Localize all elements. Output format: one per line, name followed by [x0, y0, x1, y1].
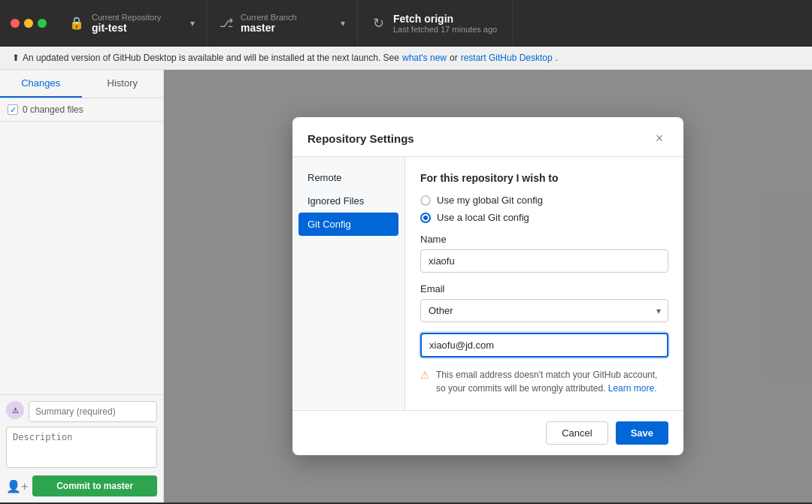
- repo-info: Current Repository git-test: [92, 13, 161, 34]
- radio-global[interactable]: Use my global Git config: [420, 195, 668, 206]
- close-button[interactable]: [11, 19, 20, 28]
- cancel-button[interactable]: Cancel: [546, 421, 607, 445]
- radio-local-label: Use a local Git config: [437, 212, 529, 223]
- update-or-text: or: [450, 53, 458, 63]
- update-end-text: .: [556, 53, 558, 63]
- repo-label-top: Current Repository: [92, 13, 161, 22]
- update-bar: ⬆ An updated version of GitHub Desktop i…: [0, 47, 812, 70]
- changed-files-label: 0 changed files: [23, 104, 83, 115]
- dialog-title: Repository Settings: [308, 132, 414, 145]
- fetch-icon: ↻: [373, 15, 384, 32]
- dialog-footer: Cancel Save: [292, 410, 683, 455]
- add-coauthor-icon[interactable]: 👤+: [6, 479, 28, 493]
- warning-icon: ⚠: [420, 369, 430, 381]
- email-input[interactable]: [420, 333, 668, 358]
- nav-item-remote[interactable]: Remote: [292, 166, 404, 189]
- fetch-info: Fetch origin Last fetched 17 minutes ago: [393, 13, 497, 34]
- avatar-icon: ⚠: [12, 406, 19, 415]
- repo-icon: 🔒: [69, 16, 84, 30]
- email-label: Email: [420, 283, 668, 294]
- dialog-header: Repository Settings ×: [292, 117, 683, 157]
- dialog-section-title: For this repository I wish to: [420, 172, 668, 184]
- learn-more-link[interactable]: Learn more.: [608, 383, 657, 394]
- maximize-button[interactable]: [38, 19, 47, 28]
- modal-overlay: Repository Settings × Remote Ignored Fil…: [164, 70, 812, 502]
- nav-item-ignored-files[interactable]: Ignored Files: [292, 189, 404, 213]
- branch-info: Current Branch master: [241, 13, 297, 34]
- main-layout: Changes History ✓ 0 changed files ⚠ 👤+: [0, 70, 812, 502]
- update-icon: ⬆: [12, 53, 20, 63]
- restart-link[interactable]: restart GitHub Desktop: [461, 53, 553, 63]
- left-sidebar: Changes History ✓ 0 changed files ⚠ 👤+: [0, 70, 164, 502]
- email-select-wrapper: Other ▾: [420, 299, 668, 322]
- commit-button[interactable]: Commit to master: [32, 475, 157, 496]
- dialog-close-button[interactable]: ×: [650, 129, 668, 147]
- name-label: Name: [420, 234, 668, 245]
- current-repository-section[interactable]: 🔒 Current Repository git-test ▾: [57, 0, 208, 46]
- save-button[interactable]: Save: [616, 421, 668, 445]
- fetch-origin-section[interactable]: ↻ Fetch origin Last fetched 17 minutes a…: [358, 0, 513, 46]
- description-input[interactable]: [6, 427, 157, 468]
- email-value-group: [420, 333, 668, 358]
- repository-settings-dialog: Repository Settings × Remote Ignored Fil…: [292, 117, 683, 455]
- fetch-label: Fetch origin: [393, 13, 497, 25]
- current-branch-section[interactable]: ⎇ Current Branch master ▾: [208, 0, 358, 46]
- repo-name: git-test: [92, 22, 161, 34]
- radio-local[interactable]: Use a local Git config: [420, 212, 668, 223]
- branch-label-top: Current Branch: [241, 13, 297, 22]
- email-select[interactable]: Other: [420, 299, 668, 322]
- files-list: [0, 122, 163, 394]
- nav-item-git-config[interactable]: Git Config: [298, 213, 398, 236]
- repo-chevron-icon: ▾: [190, 18, 195, 29]
- checkbox-check-icon: ✓: [10, 105, 17, 115]
- dialog-nav: Remote Ignored Files Git Config: [292, 157, 405, 410]
- avatar: ⚠: [6, 401, 24, 419]
- name-field-group: Name: [420, 234, 668, 273]
- radio-global-input[interactable]: [420, 195, 431, 206]
- radio-local-input[interactable]: [420, 213, 431, 223]
- dialog-content: For this repository I wish to Use my glo…: [405, 157, 683, 410]
- traffic-lights: [0, 19, 57, 28]
- right-content: No local changes Repository Settings × R…: [164, 70, 812, 502]
- branch-chevron-icon: ▾: [341, 18, 345, 29]
- warning-text: This email address doesn't match your Gi…: [436, 368, 668, 395]
- branch-icon: ⎇: [220, 16, 233, 30]
- update-text: An updated version of GitHub Desktop is …: [23, 53, 399, 63]
- branch-name: master: [241, 22, 297, 34]
- fetch-sublabel: Last fetched 17 minutes ago: [393, 25, 497, 34]
- name-input[interactable]: [420, 249, 668, 273]
- select-all-checkbox[interactable]: ✓: [8, 104, 18, 115]
- whats-new-link[interactable]: what's new: [402, 53, 447, 63]
- titlebar-sections: 🔒 Current Repository git-test ▾ ⎇ Curren…: [57, 0, 812, 46]
- commit-area: ⚠ 👤+ Commit to master: [0, 394, 163, 502]
- changed-files-bar: ✓ 0 changed files: [0, 98, 163, 122]
- titlebar: 🔒 Current Repository git-test ▾ ⎇ Curren…: [0, 0, 812, 47]
- tabs: Changes History: [0, 70, 163, 98]
- email-field-group: Email Other ▾: [420, 283, 668, 322]
- radio-group: Use my global Git config Use a local Git…: [420, 195, 668, 223]
- dialog-body: Remote Ignored Files Git Config For this…: [292, 157, 683, 410]
- radio-global-label: Use my global Git config: [437, 195, 543, 206]
- minimize-button[interactable]: [24, 19, 33, 28]
- summary-input[interactable]: [29, 401, 157, 422]
- tab-changes[interactable]: Changes: [0, 70, 82, 98]
- commit-btn-row: 👤+ Commit to master: [6, 475, 157, 496]
- tab-history[interactable]: History: [82, 70, 164, 98]
- warning-row: ⚠ This email address doesn't match your …: [420, 368, 668, 395]
- commit-input-row: ⚠: [6, 401, 157, 422]
